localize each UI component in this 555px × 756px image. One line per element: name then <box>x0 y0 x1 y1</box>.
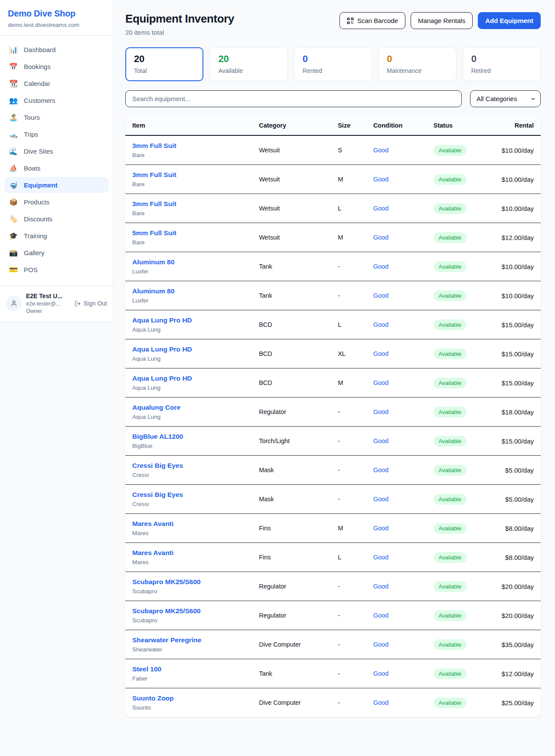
item-cell: Aqua Lung Pro HDAqua Lung <box>125 339 252 368</box>
table-row: BigBlue AL1200BigBlueTorch/Light-GoodAva… <box>125 427 541 456</box>
condition-link[interactable]: Good <box>373 147 388 154</box>
table-row: 3mm Full SuitBareWetsuitSGoodAvailable$1… <box>125 135 541 165</box>
condition-link[interactable]: Good <box>373 641 388 648</box>
condition-link[interactable]: Good <box>373 467 388 473</box>
rental-rate: $20.00/day <box>486 601 541 630</box>
item-name-link[interactable]: Aqualung Core <box>132 404 245 411</box>
stat-card-rented[interactable]: 0Rented <box>294 47 372 81</box>
sidebar-item-customers[interactable]: 👥Customers <box>4 92 109 108</box>
item-brand: Mares <box>132 530 245 536</box>
column-header-condition: Condition <box>366 116 427 135</box>
sidebar-item-label: Dashboard <box>24 46 56 53</box>
item-name-link[interactable]: Aqua Lung Pro HD <box>132 345 245 353</box>
stat-card-total[interactable]: 20Total <box>125 47 203 81</box>
condition-link[interactable]: Good <box>373 263 388 270</box>
condition-link[interactable]: Good <box>373 554 388 561</box>
manage-rentals-button[interactable]: Manage Rentals <box>411 12 473 29</box>
sign-out-button[interactable]: Sign Out <box>75 300 107 307</box>
sidebar-item-tours[interactable]: 🏝️Tours <box>4 109 109 125</box>
stat-card-retired[interactable]: 0Retired <box>463 47 541 81</box>
sidebar-item-equipment[interactable]: 🤿Equipment <box>4 177 109 193</box>
sidebar-item-boats[interactable]: ⛵Boats <box>4 160 109 176</box>
rental-rate: $5.00/day <box>486 485 541 514</box>
condition-link[interactable]: Good <box>373 350 388 357</box>
stat-card-maintenance[interactable]: 0Maintenance <box>378 47 456 81</box>
item-name-link[interactable]: Aqua Lung Pro HD <box>132 375 245 382</box>
item-name-link[interactable]: Scubapro MK25/S600 <box>132 607 245 615</box>
item-name-link[interactable]: Aluminum 80 <box>132 258 245 266</box>
item-name-link[interactable]: Aluminum 80 <box>132 287 245 295</box>
item-name-link[interactable]: Cressi Big Eyes <box>132 491 245 499</box>
condition-cell: Good <box>366 514 427 543</box>
condition-cell: Good <box>366 601 427 630</box>
column-header-category: Category <box>252 116 331 135</box>
sidebar-item-label: Products <box>24 198 49 206</box>
sidebar-item-products[interactable]: 📦Products <box>4 194 109 210</box>
stat-label: Maintenance <box>387 67 447 74</box>
condition-link[interactable]: Good <box>373 699 388 706</box>
category-select-wrap: All Categories <box>470 90 541 107</box>
stat-card-available[interactable]: 20Available <box>209 47 287 81</box>
condition-link[interactable]: Good <box>373 234 388 241</box>
add-equipment-button[interactable]: Add Equipment <box>478 12 541 29</box>
item-name-link[interactable]: 3mm Full Suit <box>132 171 245 179</box>
condition-link[interactable]: Good <box>373 525 388 532</box>
table-row: Aqua Lung Pro HDAqua LungBCDMGoodAvailab… <box>125 368 541 398</box>
item-name-link[interactable]: Suunto Zoop <box>132 694 245 702</box>
status-cell: Available <box>427 310 486 339</box>
item-name-link[interactable]: Scubapro MK25/S600 <box>132 578 245 586</box>
status-badge: Available <box>434 552 467 563</box>
size-cell: M <box>331 165 366 194</box>
item-name-link[interactable]: 3mm Full Suit <box>132 200 245 208</box>
sidebar-item-dashboard[interactable]: 📊Dashboard <box>4 42 109 58</box>
status-badge: Available <box>434 232 467 243</box>
size-cell: - <box>331 572 366 601</box>
column-header-size: Size <box>331 116 366 135</box>
sidebar-item-label: Equipment <box>24 181 58 189</box>
sidebar-item-calendar[interactable]: 📆Calendar <box>4 76 109 92</box>
sidebar-item-gallery[interactable]: 📸Gallery <box>4 245 109 261</box>
brand-name[interactable]: Demo Dive Shop <box>8 9 105 19</box>
motorboat-icon: 🛥️ <box>9 131 18 138</box>
search-input[interactable] <box>125 90 462 107</box>
sidebar-item-trips[interactable]: 🛥️Trips <box>4 126 109 142</box>
table-row: Shearwater PeregrineShearwaterDive Compu… <box>125 630 541 659</box>
condition-link[interactable]: Good <box>373 583 388 590</box>
condition-link[interactable]: Good <box>373 321 388 328</box>
item-cell: Mares AvantiMares <box>125 543 252 572</box>
item-name-link[interactable]: Cressi Big Eyes <box>132 462 245 470</box>
item-name-link[interactable]: 5mm Full Suit <box>132 229 245 237</box>
sidebar-item-bookings[interactable]: 📅Bookings <box>4 59 109 75</box>
condition-link[interactable]: Good <box>373 437 388 444</box>
sidebar-item-label: Boats <box>24 164 40 172</box>
category-select[interactable]: All Categories <box>470 90 541 107</box>
stat-label: Retired <box>471 67 532 74</box>
item-brand: Mares <box>132 559 245 565</box>
item-cell: Mares AvantiMares <box>125 514 252 543</box>
item-name-link[interactable]: BigBlue AL1200 <box>132 433 245 440</box>
condition-link[interactable]: Good <box>373 205 388 212</box>
condition-link[interactable]: Good <box>373 176 388 183</box>
scan-barcode-button[interactable]: Scan Barcode <box>340 12 405 29</box>
item-cell: Aluminum 80Luxfer <box>125 281 252 310</box>
item-name-link[interactable]: Aqua Lung Pro HD <box>132 316 245 324</box>
table-row: 3mm Full SuitBareWetsuitLGoodAvailable$1… <box>125 194 541 223</box>
sidebar-item-discounts[interactable]: 🏷️Discounts <box>4 211 109 227</box>
size-cell: - <box>331 252 366 281</box>
condition-link[interactable]: Good <box>373 379 388 386</box>
condition-link[interactable]: Good <box>373 292 388 299</box>
item-name-link[interactable]: Mares Avanti <box>132 549 245 557</box>
condition-link[interactable]: Good <box>373 496 388 503</box>
item-name-link[interactable]: Steel 100 <box>132 665 245 673</box>
sidebar-item-training[interactable]: 🎓Training <box>4 228 109 244</box>
condition-link[interactable]: Good <box>373 612 388 619</box>
condition-link[interactable]: Good <box>373 408 388 415</box>
item-name-link[interactable]: 3mm Full Suit <box>132 142 245 150</box>
table-row: Scubapro MK25/S600ScubaproRegulator-Good… <box>125 572 541 601</box>
item-name-link[interactable]: Shearwater Peregrine <box>132 636 245 644</box>
category-cell: Torch/Light <box>252 427 331 456</box>
condition-link[interactable]: Good <box>373 670 388 677</box>
sidebar-item-dive-sites[interactable]: 🌊Dive Sites <box>4 143 109 159</box>
sidebar-item-pos[interactable]: 💳POS <box>4 262 109 278</box>
item-name-link[interactable]: Mares Avanti <box>132 520 245 528</box>
